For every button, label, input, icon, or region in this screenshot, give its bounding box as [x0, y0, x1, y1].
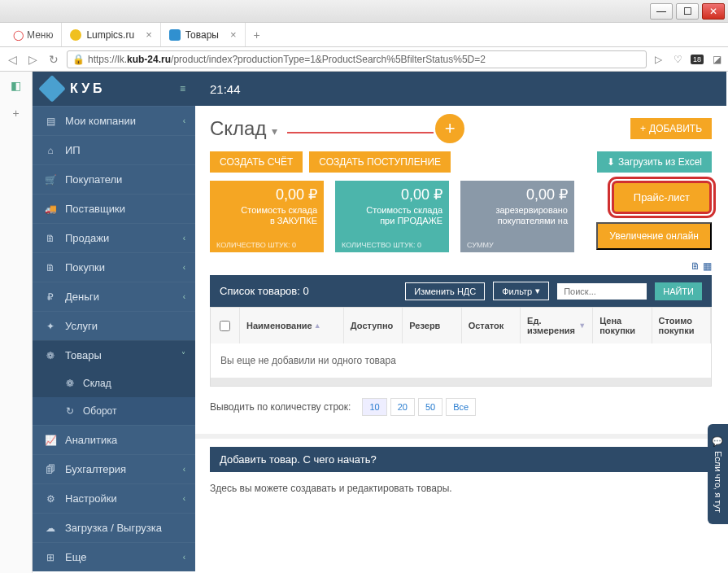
hamburger-icon[interactable]: ≡ — [180, 83, 189, 94]
search-input[interactable] — [557, 283, 647, 300]
menu-icon: 🗎 — [44, 233, 57, 244]
sidebar-item-13[interactable]: ⊞Еще‹ — [33, 542, 195, 571]
chevron-down-icon: ▾ — [535, 286, 540, 296]
close-icon[interactable]: × — [230, 28, 237, 41]
find-button[interactable]: НАЙТИ — [655, 282, 702, 300]
price-list-button[interactable]: Прайс-лист — [612, 181, 712, 214]
bookmark-icon[interactable]: ♡ — [671, 54, 684, 65]
stat-card-sale: 0,00 ₽ Стоимость складапри ПРОДАЖЕ КОЛИЧ… — [335, 181, 449, 252]
col-available[interactable]: Доступно — [344, 308, 403, 343]
window-maximize-button[interactable]: ☐ — [676, 3, 699, 20]
sidebar-item-7[interactable]: ✦Услуги — [33, 311, 195, 340]
col-reserve[interactable]: Резерв — [403, 308, 461, 343]
sidebar-subitem-1[interactable]: ↻Оборот — [33, 397, 195, 425]
chevron-icon: ‹ — [183, 263, 185, 272]
feedback-tab[interactable]: 💬 Если что, я тут — [708, 424, 728, 524]
tab-lumpics[interactable]: Lumpics.ru × — [62, 23, 160, 46]
card-footer: КОЛИЧЕСТВО ШТУК: 0 — [342, 241, 421, 249]
sidebar-item-4[interactable]: 🗎Продажи‹ — [33, 223, 195, 252]
page-size-option[interactable]: 50 — [418, 398, 442, 416]
col-name[interactable]: Наименование▲ — [240, 308, 344, 343]
menu-icon: 🚚 — [44, 203, 57, 215]
nav-back-button[interactable]: ◁ — [5, 53, 20, 66]
card-footer: КОЛИЧЕСТВО ШТУК: 0 — [216, 241, 296, 249]
sidebar-item-11[interactable]: ⚙Настройки‹ — [33, 483, 195, 513]
menu-label: Мои компании — [65, 115, 136, 127]
fab-add-button[interactable]: + — [435, 114, 464, 143]
filter-button[interactable]: Фильтр ▾ — [493, 282, 549, 300]
sidebar-item-6[interactable]: ₽Деньги‹ — [33, 282, 195, 311]
export-icon[interactable]: 🗎 — [691, 260, 700, 272]
col-price-buy[interactable]: Цена покупки — [593, 308, 652, 343]
menu-label: Товары — [65, 349, 102, 361]
tab-tovary[interactable]: Товары × — [161, 23, 246, 46]
menu-label: Еще — [65, 551, 86, 563]
sort-icon: ▲ — [314, 321, 321, 330]
create-receipt-button[interactable]: СОЗДАТЬ ПОСТУПЛЕНИЕ — [309, 151, 451, 173]
sidebar-item-2[interactable]: 🛒Покупатели — [33, 164, 195, 194]
lock-icon: 🔒 — [72, 54, 85, 65]
menu-label: Поставщики — [65, 203, 125, 215]
extension-icon[interactable]: ◪ — [710, 54, 723, 65]
list-title: Список товаров: 0 — [220, 285, 397, 297]
products-table: Наименование▲ Доступно Резерв Остаток Ед… — [210, 307, 712, 387]
change-vat-button[interactable]: Изменить НДС — [405, 282, 485, 300]
chevron-icon: ‹ — [183, 494, 185, 503]
window-close-button[interactable]: ✕ — [702, 3, 725, 20]
sidebar-item-5[interactable]: 🗎Покупки‹ — [33, 252, 195, 282]
menu-icon: ✦ — [44, 321, 57, 332]
card-amount: 0,00 ₽ — [467, 186, 568, 203]
menu-icon: 📈 — [44, 435, 57, 446]
favicon-icon — [70, 29, 81, 41]
close-icon[interactable]: × — [146, 28, 152, 41]
logo-text: КУБ — [70, 81, 106, 96]
menu-icon: ❁ — [63, 378, 76, 389]
nav-forward-button[interactable]: ▷ — [25, 53, 41, 66]
page-size-option[interactable]: 20 — [390, 398, 415, 416]
sidebar-item-10[interactable]: 🗐Бухгалтерия‹ — [33, 454, 195, 483]
grid-view-icon[interactable]: ▦ — [703, 260, 712, 272]
app-logo[interactable]: КУБ ≡ — [33, 72, 195, 106]
load-excel-button[interactable]: ⬇Загрузить из Excel — [597, 151, 712, 173]
card-label: Стоимость складапри ПРОДАЖЕ — [342, 205, 442, 226]
address-bar: ◁ ▷ ↻ 🔒 https://lk.kub-24.ru/product/ind… — [0, 47, 728, 72]
nav-reload-button[interactable]: ↻ — [46, 53, 62, 66]
tab-title: Lumpics.ru — [86, 29, 134, 41]
cube-icon — [38, 75, 66, 103]
col-unit[interactable]: Ед. измерения▼ — [521, 308, 593, 343]
col-cost-buy[interactable]: Стоимо покупки — [652, 308, 711, 343]
menu-label: Настройки — [65, 492, 117, 505]
url-input[interactable]: 🔒 https://lk.kub-24.ru/product/index?pro… — [67, 50, 647, 68]
new-tab-button[interactable]: + — [246, 28, 268, 42]
sidebar-item-9[interactable]: 📈Аналитика — [33, 425, 195, 454]
col-balance[interactable]: Остаток — [462, 308, 521, 343]
empty-state-message: Вы еще не добавили ни одного товара — [211, 343, 711, 378]
window-minimize-button[interactable]: — — [650, 3, 673, 20]
window-titlebar: — ☐ ✕ — [0, 0, 728, 23]
add-button[interactable]: +ДОБАВИТЬ — [630, 118, 712, 139]
content-topbar: 21:44 — [195, 72, 726, 106]
menu-icon: ⌂ — [44, 145, 57, 156]
browser-menu-button[interactable]: ◯ Меню — [5, 23, 62, 46]
page-size-option[interactable]: Все — [446, 398, 476, 416]
add-panel-icon[interactable]: + — [9, 106, 24, 120]
create-invoice-button[interactable]: СОЗДАТЬ СЧЁТ — [210, 151, 303, 173]
sidebar-item-12[interactable]: ☁Загрузка / Выгрузка — [33, 513, 195, 542]
select-all-checkbox[interactable] — [211, 308, 240, 343]
sidebar-item-1[interactable]: ⌂ИП — [33, 135, 195, 164]
sidebar-toggle-icon[interactable]: ◧ — [9, 78, 24, 93]
sidebar-item-0[interactable]: ▤Мои компании‹ — [33, 106, 195, 135]
menu-label: Покупатели — [65, 173, 122, 186]
card-footer: СУММУ — [467, 241, 494, 249]
vpn-icon[interactable]: ▷ — [652, 54, 665, 65]
menu-label: Бухгалтерия — [65, 463, 126, 475]
enlarge-online-button[interactable]: Увеличение онлайн — [596, 222, 712, 250]
sidebar-item-8[interactable]: ❁Товары˅ — [33, 340, 195, 370]
sidebar-item-3[interactable]: 🚚Поставщики — [33, 194, 195, 223]
sidebar-subitem-0[interactable]: ❁Склад — [33, 370, 195, 397]
page-size-option[interactable]: 10 — [362, 398, 386, 416]
topbar-time: 21:44 — [210, 82, 241, 96]
horizontal-scrollbar[interactable] — [211, 378, 711, 386]
browser-menu-label: Меню — [27, 29, 53, 41]
menu-icon: 🛒 — [44, 174, 57, 186]
